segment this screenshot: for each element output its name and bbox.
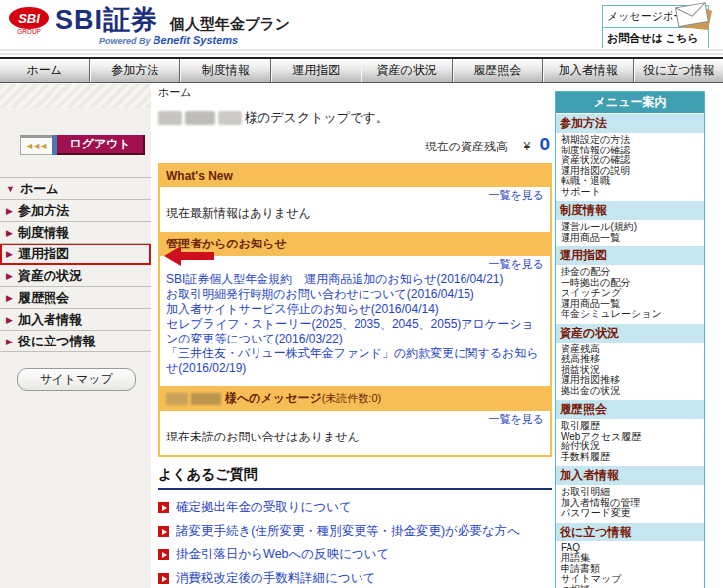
plan-title: 個人型年金プラン <box>170 15 290 34</box>
whats-new-list-link[interactable]: 一覧を見る <box>166 188 544 203</box>
sidebar-item-useful-info[interactable]: ▶ 役に立つ情報 <box>0 331 151 352</box>
sidebar-item-home[interactable]: ▼ ホーム <box>0 178 151 200</box>
sidebar: ◀◀◀ ログアウト ▼ ホーム ▶ 参加方法 ▶ 制度情報 ▶ 運用指図 ▶ <box>0 84 151 588</box>
logo-text: SBI証券 <box>55 6 158 34</box>
sidebar-item-asset-status[interactable]: ▶ 資産の状況 <box>0 265 151 287</box>
triangle-right-icon: ▶ <box>6 315 13 325</box>
red-triangle-bullet-icon <box>158 526 169 537</box>
menu-guide-item[interactable]: パスワード変更 <box>561 508 704 519</box>
menu-guide-item[interactable]: お取引明細 <box>561 487 704 498</box>
menu-guide-section-member-info: 加入者情報 お取引明細 加入者情報の管理 パスワード変更 <box>556 465 704 522</box>
menu-guide-item[interactable]: 拠出金の状況 <box>561 386 704 397</box>
unread-count: (未読件数:0) <box>322 391 382 406</box>
masked-username <box>191 393 221 405</box>
menu-guide-item[interactable]: サポート <box>561 187 704 198</box>
news-link[interactable]: SBI証券個人型年金規約 運用商品追加のお知らせ(2016/04/21) <box>166 272 544 287</box>
red-triangle-bullet-icon <box>158 549 169 560</box>
header-divider <box>0 48 723 57</box>
faq-link[interactable]: 掛金引落日からWebへの反映について <box>158 546 552 563</box>
triangle-right-icon: ▶ <box>6 271 13 281</box>
menu-guide-item[interactable]: 取引履歴 <box>561 421 704 432</box>
balance-label: 現在の資産残高 <box>425 140 508 153</box>
news-link[interactable]: 「三井住友・バリュー株式年金ファンド」の約款変更に関するお知らせ(2016/02… <box>166 346 544 376</box>
masked-username <box>218 111 242 125</box>
news-link[interactable]: お取引明細発行時期のお問い合わせについて(2016/04/15) <box>166 287 544 302</box>
admin-news-body: 一覧を見る SBI証券個人型年金規約 運用商品追加のお知らせ(2016/04/2… <box>160 256 550 386</box>
nav-tab-history-inquiry[interactable]: 履歴照会 <box>453 59 544 82</box>
menu-guide-item[interactable]: サイトマップ <box>561 574 704 585</box>
news-link[interactable]: 加入者サイトサービス停止のお知らせ(2016/04/14) <box>166 302 544 317</box>
faq-link[interactable]: 確定拠出年金の受取りについて <box>158 499 552 516</box>
menu-guide-item[interactable]: 年金シミュレーション <box>561 309 704 320</box>
nav-tab-member-info[interactable]: 加入者情報 <box>543 59 634 82</box>
admin-news-list-link[interactable]: 一覧を見る <box>166 257 544 272</box>
menu-guide-section-useful-info: 役に立つ情報 FAQ 用語集 申請書類 サイトマップ ご相談 <box>556 522 704 588</box>
triangle-right-icon: ▶ <box>6 293 13 303</box>
nav-tab-how-to-join[interactable]: 参加方法 <box>90 59 181 82</box>
triangle-right-icon: ▶ <box>6 206 13 216</box>
sidebar-item-plan-info[interactable]: ▶ 制度情報 <box>0 222 151 244</box>
admin-news-list: SBI証券個人型年金規約 運用商品追加のお知らせ(2016/04/21) お取引… <box>166 272 544 380</box>
messages-empty-text: 現在未読のお問い合せはありません <box>166 427 544 449</box>
masked-username <box>166 393 188 405</box>
nav-tab-home[interactable]: ホーム <box>0 59 90 82</box>
sidebar-item-history-inquiry[interactable]: ▶ 履歴照会 <box>0 287 151 309</box>
menu-guide-section-asset-status: 資産の状況 資産残高 残高推移 損益状況 運用指図推移 拠出金の状況 <box>556 323 704 400</box>
menu-guide-item[interactable]: 運用指図推移 <box>561 375 704 386</box>
logout-arrows-icon: ◀◀◀ <box>20 135 52 155</box>
sidebar-item-investment-instruction[interactable]: ▶ 運用指図 <box>0 244 151 265</box>
logout-button[interactable]: ◀◀◀ ログアウト <box>20 135 145 155</box>
triangle-down-icon: ▼ <box>6 184 15 194</box>
desktop-greeting: 様のデスクトップです。 <box>158 109 552 127</box>
main-content: ホーム 様のデスクトップです。 現在の資産残高 ¥ 0 What's New 一… <box>158 85 552 588</box>
menu-guide-item[interactable]: ご相談 <box>561 585 704 588</box>
messages-body: 一覧を見る 現在未読のお問い合せはありません <box>160 411 550 455</box>
menu-guide-item[interactable]: 転職・退職 <box>561 176 704 187</box>
faq-title: よくあるご質問 <box>158 466 552 490</box>
main-nav: ホーム 参加方法 制度情報 運用指図 資産の状況 履歴照会 加入者情報 役に立つ… <box>0 57 723 83</box>
notice-box: What's New 一覧を見る 現在最新情報はありません 管理者からのお知らせ… <box>158 163 552 457</box>
page: SBI GROUP SBI証券 個人型年金プラン Powered By Bene… <box>0 0 723 588</box>
sbi-group-logo-icon: SBI GROUP <box>8 6 52 38</box>
menu-guide-item[interactable]: 運用商品一覧 <box>561 233 704 244</box>
menu-guide-item[interactable]: 掛金の配分 <box>561 267 704 278</box>
admin-news-header: 管理者からのお知らせ <box>160 232 550 256</box>
breadcrumb: ホーム <box>158 85 552 100</box>
menu-guide-item[interactable]: 運営ルール(規約) <box>561 222 704 233</box>
logout-label: ログアウト <box>57 135 144 155</box>
messages-header: 様へのメッセージ (未読件数:0) <box>160 386 550 411</box>
menu-guide-item[interactable]: 給付状況 <box>561 441 704 452</box>
masked-username <box>158 111 182 125</box>
envelope-icon <box>672 1 714 33</box>
menu-guide-item[interactable]: 手数料履歴 <box>561 452 704 463</box>
menu-guide-item[interactable]: 初期設定の方法 <box>561 135 704 146</box>
red-triangle-bullet-icon <box>158 573 169 584</box>
sidebar-item-member-info[interactable]: ▶ 加入者情報 <box>0 309 151 331</box>
balance-value: 0 <box>539 134 550 154</box>
whats-new-header: What's New <box>160 165 550 187</box>
messages-list-link[interactable]: 一覧を見る <box>166 412 544 427</box>
menu-guide-item[interactable]: 残高推移 <box>561 354 704 365</box>
sidebar-item-how-to-join[interactable]: ▶ 参加方法 <box>0 200 151 222</box>
triangle-right-icon: ▶ <box>6 249 13 259</box>
whats-new-body: 一覧を見る 現在最新情報はありません <box>160 187 550 232</box>
triangle-right-icon: ▶ <box>6 228 13 238</box>
menu-guide-title: メニュー案内 <box>556 92 704 113</box>
news-link[interactable]: セレブライフ・ストーリー(2025、2035、2045、2055)アロケーション… <box>166 317 544 346</box>
faq-section: よくあるご質問 確定拠出年金の受取りについて 諸変更手続き(住所変更・種別変更等… <box>158 466 552 588</box>
nav-tab-plan-info[interactable]: 制度情報 <box>180 59 271 82</box>
currency-symbol: ¥ <box>523 140 530 153</box>
menu-guide-item[interactable]: スイッチング <box>561 288 704 299</box>
nav-tab-asset-status[interactable]: 資産の状況 <box>362 59 453 82</box>
menu-guide-item[interactable]: 資産状況の確認 <box>561 155 704 166</box>
svg-text:GROUP: GROUP <box>17 28 41 35</box>
faq-link[interactable]: 消費税改定後の手数料詳細について <box>158 570 552 587</box>
sitemap-button[interactable]: サイトマップ <box>17 368 136 391</box>
triangle-right-icon: ▶ <box>6 337 13 346</box>
menu-guide-section-plan-info: 制度情報 運営ルール(規約) 運用商品一覧 <box>556 200 704 245</box>
nav-tab-useful-info[interactable]: 役に立つ情報 <box>634 59 723 82</box>
menu-guide: メニュー案内 参加方法 初期設定の方法 制度情報の確認 資産状況の確認 運用指図… <box>555 91 705 588</box>
nav-tab-investment-instruction[interactable]: 運用指図 <box>271 59 362 82</box>
faq-link[interactable]: 諸変更手続き(住所変更・種別変更等・掛金変更)が必要な方へ <box>158 523 552 539</box>
menu-guide-item[interactable]: 用語集 <box>561 553 704 564</box>
